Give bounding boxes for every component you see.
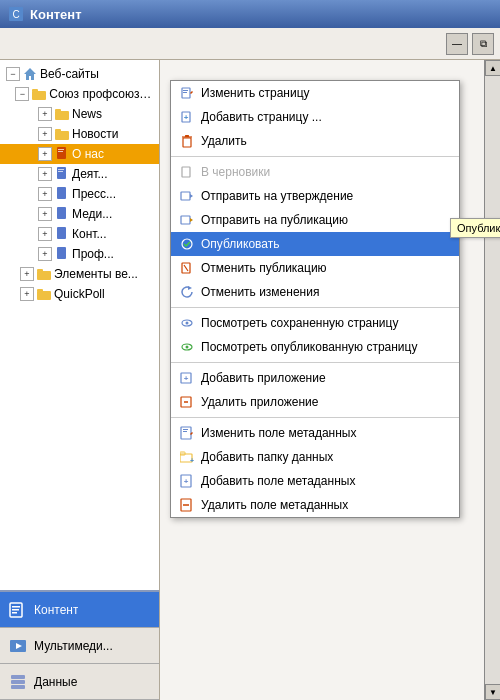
sep4 (171, 417, 459, 418)
tree-item-soyuz[interactable]: − Союз профсоюзов России (0, 84, 159, 104)
tree-label-onas: О нас (72, 147, 104, 161)
tree-item-deyat[interactable]: + Деят... (0, 164, 159, 184)
add-page-icon: + (179, 109, 195, 125)
tree-item-websites[interactable]: − Веб-сайты (0, 64, 159, 84)
svg-text:+: + (184, 477, 189, 486)
svg-rect-5 (55, 111, 69, 120)
expand-deyat[interactable]: + (38, 167, 52, 181)
tree-item-prof[interactable]: + Проф... (0, 244, 159, 264)
menu-del-meta[interactable]: Удалить поле метаданных (171, 493, 459, 517)
svg-marker-2 (24, 68, 36, 80)
svg-text:C: C (12, 9, 19, 20)
expand-kont[interactable]: + (38, 227, 52, 241)
folder-icon-elementy (36, 266, 52, 282)
menu-add-app[interactable]: + Добавить приложение (171, 366, 459, 390)
tree-item-elementy[interactable]: + Элементы ве... (0, 264, 159, 284)
svg-rect-6 (55, 109, 61, 112)
expand-quickpoll[interactable]: + (20, 287, 34, 301)
scroll-down-button[interactable]: ▼ (485, 684, 500, 700)
svg-rect-40 (185, 135, 189, 137)
svg-rect-42 (181, 192, 190, 200)
tree-item-press[interactable]: + Пресс... (0, 184, 159, 204)
content-icon (8, 600, 28, 620)
menu-add-page-label: Добавить страницу ... (201, 110, 451, 124)
menu-view-published[interactable]: Посмотреть опубликованную страницу (171, 335, 459, 359)
expand-prof[interactable]: + (38, 247, 52, 261)
svg-text:+: + (190, 457, 194, 463)
folder-icon-soyuz (31, 86, 47, 102)
delete-icon (179, 133, 195, 149)
restore-button[interactable]: ⧉ (472, 33, 494, 55)
menu-add-data-folder[interactable]: + Добавить папку данных (171, 445, 459, 469)
tree-item-quickpoll[interactable]: + QuickPoll (0, 284, 159, 304)
expand-soyuz[interactable]: − (15, 87, 29, 101)
draft-icon (179, 164, 195, 180)
svg-rect-26 (12, 612, 17, 614)
svg-point-53 (186, 346, 189, 349)
expand-onas[interactable]: + (38, 147, 52, 161)
tree-panel: − Веб-сайты − Союз профсою (0, 60, 159, 590)
tree-item-onas[interactable]: + О нас (0, 144, 159, 164)
menu-view-saved[interactable]: Посмотреть сохраненную страницу (171, 311, 459, 335)
tree-item-kont[interactable]: + Конт... (0, 224, 159, 244)
menu-cancel-publish[interactable]: Отменить публикацию (171, 256, 459, 280)
expand-elementy[interactable]: + (20, 267, 34, 281)
svg-text:+: + (184, 113, 189, 122)
svg-rect-41 (182, 167, 190, 177)
expand-press[interactable]: + (38, 187, 52, 201)
svg-rect-4 (32, 89, 38, 92)
tree-item-novosti[interactable]: + Новости (0, 124, 159, 144)
menu-cancel-changes[interactable]: Отменить изменения (171, 280, 459, 304)
menu-add-page[interactable]: + Добавить страницу ... (171, 105, 459, 129)
menu-publish[interactable]: Опубликовать (171, 232, 459, 256)
page-icon-press (54, 186, 70, 202)
scroll-up-button[interactable]: ▲ (485, 60, 500, 76)
context-menu: Изменить страницу + Добавить страницу ..… (170, 80, 460, 518)
svg-text:+: + (184, 374, 189, 383)
menu-cancel-publish-label: Отменить публикацию (201, 261, 451, 275)
menu-to-draft-label: В черновики (201, 165, 451, 179)
svg-line-48 (184, 265, 188, 271)
tree-label-novosti: Новости (72, 127, 118, 141)
menu-edit-meta[interactable]: Изменить поле метаданных (171, 421, 459, 445)
expand-media[interactable]: + (38, 207, 52, 221)
svg-rect-11 (58, 151, 63, 152)
right-panel: Изменить страницу + Добавить страницу ..… (160, 60, 500, 700)
data-icon (8, 672, 28, 692)
menu-edit-page[interactable]: Изменить страницу (171, 81, 459, 105)
menu-to-draft: В черновики (171, 160, 459, 184)
page-icon-onas (54, 146, 70, 162)
expand-websites[interactable]: − (6, 67, 20, 81)
nav-data-label: Данные (34, 675, 77, 689)
menu-send-publish[interactable]: Отправить на публикацию (171, 208, 459, 232)
folder-icon-quickpoll (36, 286, 52, 302)
svg-rect-15 (57, 187, 66, 199)
folder-add-icon: + (179, 449, 195, 465)
tree-item-news[interactable]: + News (0, 104, 159, 124)
tree-item-media[interactable]: + Меди... (0, 204, 159, 224)
svg-rect-31 (11, 685, 25, 689)
nav-data[interactable]: Данные (0, 664, 159, 700)
svg-rect-25 (12, 609, 19, 611)
menu-del-app[interactable]: Удалить приложение (171, 390, 459, 414)
svg-marker-45 (190, 218, 193, 222)
scrollbar[interactable]: ▲ ▼ (484, 60, 500, 700)
menu-send-approve[interactable]: Отправить на утверждение (171, 184, 459, 208)
svg-rect-20 (37, 269, 43, 272)
svg-rect-13 (58, 169, 64, 170)
expand-news[interactable]: + (38, 107, 52, 121)
menu-add-meta[interactable]: + Добавить поле метаданных (171, 469, 459, 493)
svg-rect-58 (181, 427, 191, 439)
tree-label-kont: Конт... (72, 227, 106, 241)
nav-multimedia[interactable]: Мультимеди... (0, 628, 159, 664)
svg-rect-24 (12, 606, 20, 608)
tree-label-soyuz: Союз профсоюзов России (49, 87, 157, 101)
menu-delete[interactable]: Удалить (171, 129, 459, 153)
tree-label-press: Пресс... (72, 187, 116, 201)
menu-view-saved-label: Посмотреть сохраненную страницу (201, 316, 451, 330)
nav-content[interactable]: Контент (0, 592, 159, 628)
expand-novosti[interactable]: + (38, 127, 52, 141)
tree-label-quickpoll: QuickPoll (54, 287, 105, 301)
svg-point-51 (186, 322, 189, 325)
minimize-button[interactable]: — (446, 33, 468, 55)
